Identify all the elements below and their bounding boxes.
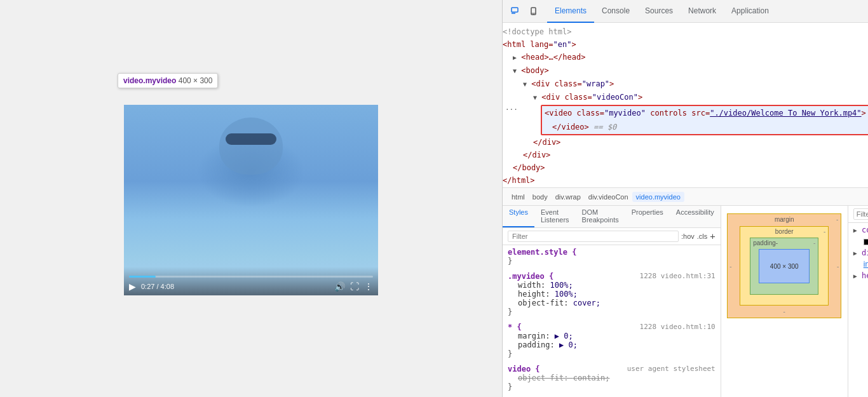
devtools-panel: Elements Console Sources Network Applica… [502,0,868,397]
styles-panel: Styles Event Listeners DOM Breakpoints P… [503,206,721,397]
box-model-panel: margin - border - padding- - 400 × 300 [721,206,848,397]
element-tooltip: video.myvideo 400 × 300 [118,73,218,88]
padding-dash-label: - [813,239,815,246]
universal-source[interactable]: 1228 video.html:10 [640,323,715,331]
video-ua-rule: video { user agent stylesheet object-fit… [508,365,715,391]
dom-container: <!doctype html> <html lang="en"> ▶ <head… [503,23,868,188]
dom-head[interactable]: ▶ <head>…</head> [503,51,868,64]
margin-top-label: margin [775,216,794,223]
computed-panel: Show all ▶ color rgb(0, 0, 0) ▶ display … [848,206,868,397]
svg-point-3 [533,13,534,15]
padding-label: padding- [753,239,778,246]
svg-rect-0 [512,8,518,12]
element-style-rule: element.style { } [508,248,715,266]
breadcrumb-myvideo[interactable]: video.myvideo [632,192,684,202]
universal-style-rule: * { 1228 video.html:10 margin: ▶ 0; padd… [508,323,715,358]
more-options-icon[interactable]: ⋮ [364,281,373,292]
video-element[interactable]: ▶ 0:27 / 4:08 🔊 ⛶ ⋮ [124,105,378,295]
dom-html-close[interactable]: </html> [503,174,868,187]
margin-right-val: - [837,262,839,269]
dom-panel: <!doctype html> <html lang="en"> ▶ <head… [503,23,868,188]
toolbar-icons [503,3,547,20]
tab-accessibility[interactable]: Accessibility [670,206,721,227]
dom-wrap-close[interactable]: </div> [503,149,868,161]
breadcrumb-body[interactable]: body [529,192,552,202]
dom-body-close[interactable]: </body> [503,161,868,174]
dom-more-button[interactable]: ··· [503,105,520,114]
breadcrumbs: html body div.wrap div.videoCon video.my… [503,188,868,206]
tab-elements[interactable]: Elements [547,0,594,23]
computed-filter-bar: Show all [848,206,868,223]
computed-filter-input[interactable] [853,208,868,220]
wrap-expand-arrow[interactable]: ▼ [523,81,527,88]
display-value: inline [853,260,868,269]
border-dash-label: - [824,228,825,235]
volume-icon[interactable]: 🔊 [334,281,345,292]
ua-source: user agent stylesheet [627,365,715,373]
color-swatch [864,239,868,245]
dom-videocon-div[interactable]: ▼ <div class="videoCon"> [503,91,868,104]
myvideo-source[interactable]: 1228 video.html:31 [640,272,715,280]
color-expand-arrow[interactable]: ▶ [853,227,857,234]
styles-sub-tabs: Styles Event Listeners DOM Breakpoints P… [503,206,721,228]
styles-content: element.style { } .myvideo { 1228 video.… [503,245,721,397]
breadcrumb-videocon[interactable]: div.videoCon [585,192,632,202]
styles-filter-bar: :hov .cls + [503,228,721,245]
dom-videocon-close[interactable]: </div> [503,136,868,149]
content-size-label: 400 × 300 [770,262,799,271]
video-panel: video.myvideo 400 × 300 ▶ 0:27 / 4:08 🔊 … [0,0,502,397]
time-display: 0:27 / 4:08 [141,283,174,290]
add-style-button[interactable]: + [710,231,715,241]
doctype-text: <!doctype html> [503,27,571,36]
videocon-expand-arrow[interactable]: ▼ [533,94,537,101]
margin-bottom-val: - [783,308,785,315]
tab-styles[interactable]: Styles [503,206,534,227]
dom-video-open-tag[interactable]: <video class="myvideo" controls src="./v… [542,106,868,120]
tooltip-dimensions: 400 × 300 [179,76,213,85]
border-label: border [775,228,794,235]
controls-row: ▶ 0:27 / 4:08 🔊 ⛶ ⋮ [129,281,373,292]
body-expand-arrow[interactable]: ▼ [513,67,517,74]
color-prop: ▶ color [853,225,868,234]
tab-sources[interactable]: Sources [637,0,681,23]
progress-fill [129,276,156,278]
display-prop: ▶ display [853,248,868,257]
device-toggle-button[interactable] [526,3,543,20]
margin-dash-label: - [836,216,838,223]
breadcrumb-wrap[interactable]: div.wrap [552,192,585,202]
hover-filter-button[interactable]: :hov [681,232,695,240]
styles-filter-input[interactable] [508,231,679,242]
dom-video-close-tag[interactable]: </video> == $0 [542,120,868,134]
tab-network[interactable]: Network [681,0,724,23]
fullscreen-icon[interactable]: ⛶ [350,281,359,292]
class-filter-button[interactable]: .cls [697,232,708,240]
play-button[interactable]: ▶ [129,281,136,292]
myvideo-style-rule: .myvideo { 1228 video.html:31 width: 100… [508,272,715,316]
color-value: rgb(0, 0, 0) [853,237,868,246]
display-link[interactable]: inline [864,260,868,269]
computed-content: ▶ color rgb(0, 0, 0) ▶ display inline ▶ … [848,223,868,397]
html-tag: <html lang="en"> [503,40,576,49]
tab-dom-breakpoints[interactable]: DOM Breakpoints [576,206,625,227]
tab-event-listeners[interactable]: Event Listeners [534,206,576,227]
bottom-panels: Styles Event Listeners DOM Breakpoints P… [503,206,868,397]
margin-left-val: - [729,262,731,269]
dom-wrap-div[interactable]: ▼ <div class="wrap"> [503,77,868,91]
devtools-toolbar: Elements Console Sources Network Applica… [503,0,868,23]
dom-doctype[interactable]: <!doctype html> [503,25,868,38]
head-expand-arrow[interactable]: ▶ [513,54,517,61]
devtools-tabs: Elements Console Sources Network Applica… [547,0,868,23]
inspect-element-button[interactable] [506,3,524,20]
tab-properties[interactable]: Properties [625,206,670,227]
tab-console[interactable]: Console [594,0,637,23]
height-prop: ▶ height [853,271,868,280]
dom-video-highlighted[interactable]: <video class="myvideo" controls src="./v… [541,105,868,135]
tab-application[interactable]: Application [724,0,776,23]
video-controls: ▶ 0:27 / 4:08 🔊 ⛶ ⋮ [124,267,378,295]
display-expand-arrow[interactable]: ▶ [853,250,857,257]
dom-html[interactable]: <html lang="en"> [503,38,868,51]
breadcrumb-html[interactable]: html [508,192,529,202]
dom-body[interactable]: ▼ <body> [503,64,868,77]
progress-bar[interactable] [129,276,373,278]
height-expand-arrow[interactable]: ▶ [853,273,857,279]
